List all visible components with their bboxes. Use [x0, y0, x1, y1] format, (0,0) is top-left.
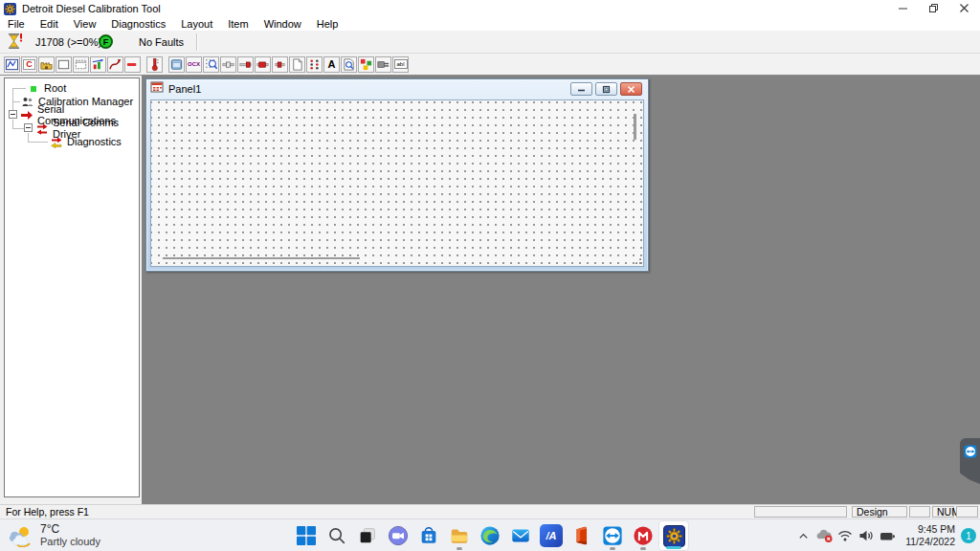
led-matrix-icon[interactable] [306, 56, 323, 73]
app-gear-icon [4, 3, 16, 15]
slider-small-icon[interactable] [272, 56, 288, 73]
menu-help[interactable]: Help [309, 18, 346, 30]
edge-button[interactable] [475, 520, 505, 551]
menu-view[interactable]: View [66, 18, 104, 30]
left-dock: Root Calibration Manager Serial Communic… [0, 76, 142, 504]
office-button[interactable] [567, 520, 597, 551]
waveform-tool-icon[interactable] [4, 56, 20, 73]
tree-item-diagnostics[interactable]: Diagnostics [50, 135, 122, 148]
start-button[interactable] [291, 520, 322, 551]
tree-item-serial-comms-driver[interactable]: Serial Comms Driver [35, 121, 139, 135]
panel1-design-surface[interactable] [150, 99, 644, 267]
statusbar-pane-empty [956, 506, 978, 518]
onedrive-error-icon[interactable] [813, 525, 835, 546]
tray-chevron-up-icon[interactable] [792, 525, 813, 546]
dialog-tool-icon[interactable] [73, 56, 89, 73]
volume-icon[interactable] [856, 525, 877, 546]
teamviewer-icon [602, 525, 623, 546]
fault-status-label: No Faults [139, 36, 184, 48]
panel1-titlebar[interactable]: Panel1 [146, 79, 648, 99]
search-button[interactable] [322, 520, 352, 551]
slider-red-icon[interactable] [237, 56, 254, 73]
tree-item-label: Root [44, 82, 66, 94]
fault-lamp-badge: F [99, 34, 113, 49]
calibration-manager-icon [21, 96, 34, 108]
file-explorer-button[interactable] [444, 520, 475, 551]
print-preview-icon[interactable] [341, 56, 357, 73]
clock-date: 11/24/2022 [905, 536, 955, 548]
chat-icon [388, 525, 409, 546]
menu-window[interactable]: Window [256, 18, 309, 30]
bar-tool-icon[interactable] [124, 56, 141, 73]
panel-restore-button[interactable] [595, 82, 617, 96]
slider-wide-icon[interactable] [255, 56, 271, 73]
mega-icon [633, 525, 654, 546]
curve-tool-icon[interactable] [107, 56, 123, 73]
ocx-control-icon[interactable]: OCX [186, 56, 202, 73]
task-view-button[interactable] [352, 520, 383, 551]
horizontal-line-control [163, 257, 360, 259]
mega-button[interactable] [628, 520, 658, 551]
chat-button[interactable] [383, 520, 413, 551]
detroit-diesel-tool-button[interactable] [658, 520, 689, 551]
mail-button[interactable] [505, 520, 536, 551]
minimize-button[interactable] [888, 0, 919, 17]
tree-item-root[interactable]: Root [28, 81, 66, 95]
teamviewer-icon [964, 445, 977, 458]
text-tool-icon[interactable]: A [323, 56, 340, 73]
panel-tool-icon[interactable] [56, 56, 72, 73]
teamviewer-edge-badge[interactable] [960, 438, 980, 484]
taskbar: 7°C Partly cloudy [0, 518, 980, 551]
color-shapes-icon[interactable] [358, 56, 374, 73]
maximize-button[interactable] [919, 0, 949, 17]
hourglass-alert-icon [8, 33, 23, 55]
statusbar-pane-empty [754, 506, 847, 518]
gauge-tool-icon[interactable]: C [21, 56, 37, 73]
panel-minimize-button[interactable] [570, 82, 592, 96]
thermometer-tool-icon[interactable] [146, 56, 163, 73]
connector-tool-icon[interactable] [375, 56, 391, 73]
page-tool-icon[interactable] [289, 56, 305, 73]
teamviewer-button[interactable] [597, 520, 628, 551]
graph-tool-icon[interactable] [90, 56, 106, 73]
menu-layout[interactable]: Layout [173, 18, 220, 30]
close-button[interactable] [949, 0, 980, 17]
store-button[interactable] [413, 520, 444, 551]
mdi-client-area: Root Calibration Manager Serial Communic… [0, 76, 980, 504]
weather-temperature: 7°C [40, 522, 100, 536]
plant-tool-icon[interactable] [38, 56, 55, 73]
clock-time: 9:45 PM [905, 523, 955, 536]
wifi-icon[interactable] [835, 525, 856, 546]
diagnostics-icon [50, 136, 63, 148]
weather-widget[interactable]: 7°C Partly cloudy [8, 522, 100, 547]
menu-edit[interactable]: Edit [33, 18, 66, 30]
statusbar-pane-empty [909, 506, 930, 518]
detroit-diesel-tool-icon [663, 525, 685, 547]
menu-diagnostics[interactable]: Diagnostics [103, 18, 173, 30]
edit-box-icon[interactable]: abl [392, 56, 409, 73]
tree-expander[interactable] [24, 123, 33, 132]
app-titlebar: Detroit Diesel Calibration Tool [0, 0, 980, 17]
taskbar-clock[interactable]: 9:45 PM 11/24/2022 [905, 523, 955, 548]
resize-grip[interactable] [634, 256, 642, 265]
panel-close-button[interactable] [620, 82, 642, 96]
form-tool-icon[interactable] [168, 56, 185, 73]
windows-start-icon [295, 524, 318, 547]
menu-file[interactable]: File [0, 18, 33, 30]
battery-icon[interactable] [877, 525, 898, 546]
ia-app-icon: /A [540, 524, 563, 547]
tree-expander[interactable] [9, 110, 17, 119]
menu-item[interactable]: Item [220, 18, 256, 30]
notification-count-badge[interactable]: 1 [961, 528, 976, 543]
panel1-window[interactable]: Panel1 [145, 78, 649, 272]
status-toolbar: J1708 (>=0%) F No Faults [0, 31, 980, 54]
grid-select-icon[interactable] [203, 56, 219, 73]
serial-communications-icon [20, 109, 33, 121]
vertical-line-control [634, 114, 636, 140]
partly-cloudy-icon [8, 523, 33, 547]
panel1-title: Panel1 [168, 83, 201, 95]
configuration-tree: Root Calibration Manager Serial Communic… [4, 77, 140, 497]
toolbar-separator [196, 33, 197, 51]
ia-app-button[interactable]: /A [536, 520, 567, 551]
slider-plain-icon[interactable] [220, 56, 236, 73]
